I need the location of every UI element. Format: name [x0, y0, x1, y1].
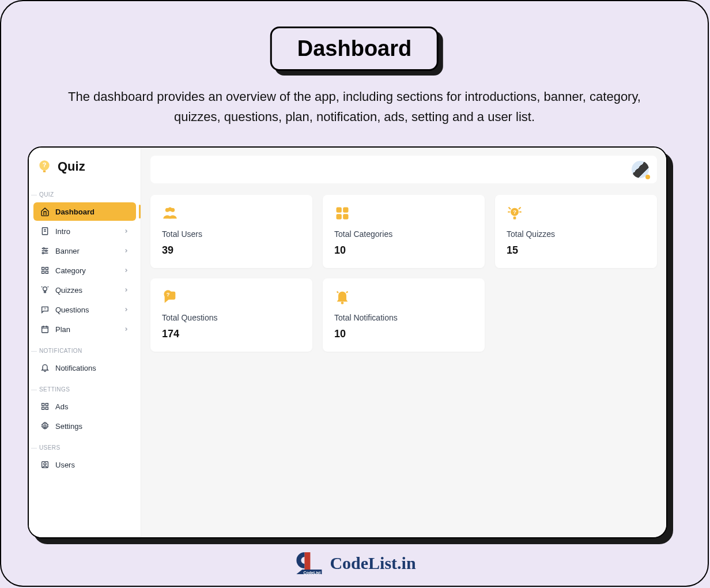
chevron-right-icon — [123, 306, 129, 314]
sidebar-item-settings[interactable]: Settings — [33, 417, 136, 435]
stat-label: Total Quizzes — [507, 229, 645, 239]
chevron-right-icon — [123, 227, 129, 236]
calendar-icon — [40, 325, 50, 334]
svg-rect-13 — [42, 271, 44, 273]
svg-rect-19 — [42, 326, 48, 333]
svg-line-48 — [346, 292, 348, 293]
stat-card-questions[interactable]: ? Total Questions 174 — [150, 278, 312, 352]
watermark-text: CodeList.in — [330, 553, 416, 573]
svg-line-47 — [337, 292, 338, 293]
stat-value: 15 — [507, 244, 645, 257]
grid-icon — [40, 266, 50, 275]
lightbulb-icon: ? — [37, 159, 52, 174]
svg-point-10 — [42, 252, 44, 254]
sidebar-item-label: Quizzes — [55, 286, 82, 295]
sidebar-item-banner[interactable]: Banner — [33, 242, 136, 260]
svg-rect-24 — [46, 404, 48, 406]
svg-rect-11 — [42, 267, 44, 270]
stats-grid: Total Users 39 Total Categories 10 ? Tot… — [150, 195, 657, 352]
svg-point-29 — [44, 463, 46, 465]
svg-point-8 — [43, 248, 45, 250]
grid-icon — [334, 205, 473, 224]
app-window: ? Quiz QUIZ Dashboard Intro — [28, 146, 667, 538]
user-icon — [40, 460, 50, 469]
sidebar-item-label: Questions — [55, 306, 89, 314]
chevron-right-icon — [123, 325, 129, 334]
svg-rect-26 — [46, 407, 48, 409]
section-label-settings: SETTINGS — [29, 378, 141, 396]
page-subtitle: The dashboard provides an overview of th… — [66, 86, 643, 127]
lightbulb-icon — [40, 285, 50, 295]
bell-icon — [334, 289, 473, 307]
stat-value: 10 — [334, 328, 473, 340]
brand-row: ? Quiz — [29, 156, 141, 183]
svg-line-39 — [509, 208, 511, 210]
stat-label: Total Questions — [162, 313, 301, 322]
sidebar-item-notifications[interactable]: Notifications — [33, 359, 136, 377]
chat-icon: ? — [162, 289, 301, 307]
svg-rect-33 — [337, 208, 342, 213]
section-label-notification: NOTIFICATION — [29, 340, 141, 357]
svg-rect-23 — [42, 404, 44, 406]
stat-label: Total Users — [162, 229, 301, 239]
lightbulb-icon: ? — [507, 205, 645, 224]
svg-rect-38 — [513, 217, 516, 220]
svg-rect-36 — [343, 214, 348, 219]
topbar — [150, 156, 657, 183]
stat-card-users[interactable]: Total Users 39 — [150, 195, 312, 268]
stat-label: Total Notifications — [334, 313, 473, 322]
stat-value: 10 — [334, 244, 473, 257]
stat-card-quizzes[interactable]: ? Total Quizzes 15 — [495, 195, 657, 268]
users-icon — [162, 205, 301, 224]
svg-rect-35 — [337, 214, 342, 219]
sidebar-item-dashboard[interactable]: Dashboard — [33, 202, 136, 221]
brand-name: Quiz — [58, 159, 85, 174]
sidebar-item-users[interactable]: Users — [33, 455, 136, 474]
sidebar-item-label: Plan — [55, 325, 70, 334]
svg-point-15 — [43, 287, 47, 291]
svg-line-16 — [41, 287, 42, 287]
main-content: Total Users 39 Total Categories 10 ? Tot… — [141, 148, 666, 537]
sidebar-item-plan[interactable]: Plan — [33, 320, 136, 338]
sliders-icon — [40, 246, 50, 255]
sidebar-item-label: Notifications — [55, 364, 96, 372]
sidebar-item-label: Banner — [55, 247, 80, 255]
sidebar-item-intro[interactable]: Intro — [33, 222, 136, 240]
stat-label: Total Categories — [334, 229, 473, 239]
svg-line-17 — [48, 287, 48, 287]
sidebar-item-label: Intro — [55, 227, 70, 236]
bell-icon — [40, 363, 50, 372]
chevron-right-icon — [123, 247, 129, 255]
svg-rect-12 — [46, 267, 48, 270]
svg-text:?: ? — [167, 292, 170, 297]
sidebar-item-label: Settings — [55, 422, 82, 431]
svg-text:?: ? — [44, 307, 46, 311]
svg-text:?: ? — [513, 209, 516, 215]
svg-text:?: ? — [43, 161, 47, 168]
svg-rect-14 — [46, 271, 48, 273]
svg-line-40 — [519, 208, 521, 210]
sidebar-item-ads[interactable]: Ads — [33, 397, 136, 416]
svg-point-46 — [341, 301, 344, 304]
stat-value: 174 — [162, 328, 301, 340]
home-icon — [40, 207, 50, 216]
svg-rect-34 — [343, 208, 348, 213]
svg-point-32 — [168, 208, 172, 212]
page-frame: Dashboard The dashboard provides an over… — [0, 0, 709, 587]
sidebar-item-label: Dashboard — [55, 208, 95, 216]
chevron-right-icon — [123, 286, 129, 295]
watermark: CodeList CodeList.in — [293, 551, 416, 575]
avatar[interactable] — [632, 161, 649, 178]
sidebar-item-category[interactable]: Category — [33, 261, 136, 280]
section-label-users: USERS — [29, 436, 141, 454]
svg-rect-25 — [42, 407, 44, 409]
sidebar-item-quizzes[interactable]: Quizzes — [33, 281, 136, 299]
sidebar-item-questions[interactable]: ? Questions — [33, 300, 136, 319]
codelist-logo-icon: CodeList — [293, 551, 325, 575]
page-title: Dashboard — [270, 27, 439, 71]
stat-value: 39 — [162, 244, 301, 257]
gear-icon — [40, 421, 50, 431]
stat-card-categories[interactable]: Total Categories 10 — [323, 195, 485, 268]
stat-card-notifications[interactable]: Total Notifications 10 — [323, 278, 485, 352]
sidebar: ? Quiz QUIZ Dashboard Intro — [29, 148, 141, 537]
